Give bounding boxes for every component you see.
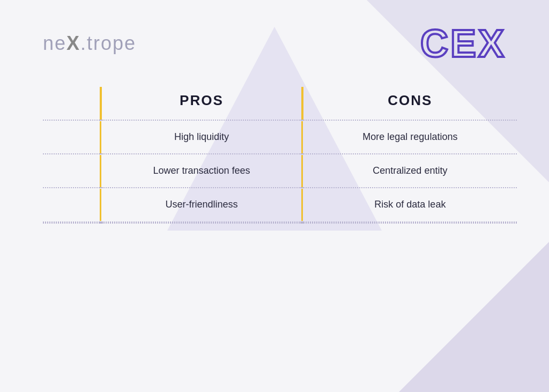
comparison-table: PROS CONS High liquidity More legal regu… xyxy=(43,87,517,224)
table-header-row: PROS CONS xyxy=(43,87,517,120)
pros-cell-3: User-friendliness xyxy=(102,188,301,222)
header: neX.trope CEX xyxy=(0,0,549,76)
table-section: PROS CONS High liquidity More legal regu… xyxy=(0,76,549,234)
cex-logo: CEX xyxy=(420,21,506,65)
pros-cell-1: High liquidity xyxy=(102,120,301,154)
spacer-1 xyxy=(43,120,100,154)
spacer-2 xyxy=(43,154,100,188)
spacer-3 xyxy=(43,188,100,222)
cons-cell-3: Risk of data leak xyxy=(303,188,517,222)
cons-cell-2: Centralized entity xyxy=(303,154,517,188)
nextrope-logo: neX.trope xyxy=(43,32,136,55)
table-row-3: User-friendliness Risk of data leak xyxy=(43,188,517,222)
bottom-cons xyxy=(303,223,517,224)
pros-cell-2: Lower transaction fees xyxy=(102,154,301,188)
bottom-spacer xyxy=(43,223,100,224)
table-bottom-row xyxy=(43,223,517,224)
table-row-2: Lower transaction fees Centralized entit… xyxy=(43,154,517,188)
nextrope-x: X xyxy=(66,32,80,54)
cons-header: CONS xyxy=(303,87,517,120)
table-row-1: High liquidity More legal regulations xyxy=(43,120,517,154)
pros-header: PROS xyxy=(102,87,301,120)
cons-cell-1: More legal regulations xyxy=(303,120,517,154)
main-container: neX.trope CEX PROS CONS xyxy=(0,0,549,392)
bottom-pros xyxy=(102,223,301,224)
spacer-header xyxy=(43,87,100,120)
